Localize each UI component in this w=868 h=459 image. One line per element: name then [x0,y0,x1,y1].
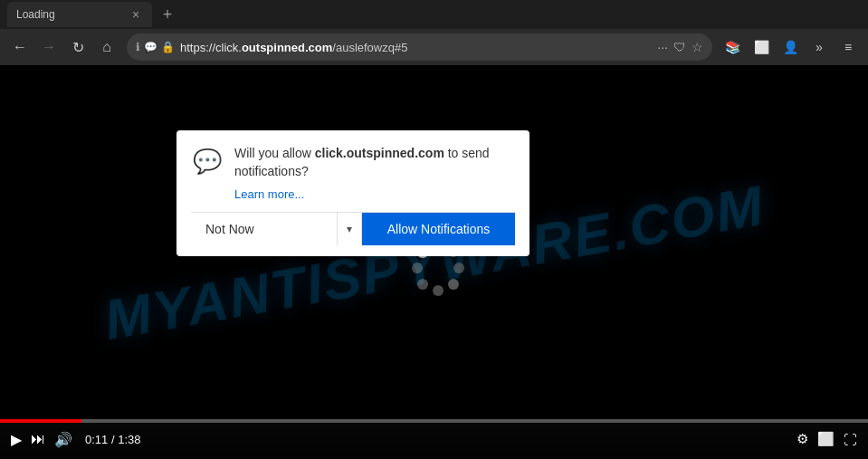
volume-button[interactable]: 🔊 [54,431,72,448]
refresh-button[interactable]: ↻ [65,34,91,60]
shield-icon: 🛡 [673,40,686,54]
settings-button[interactable]: ⚙ [796,431,808,447]
popup-message-prefix: Will you allow [234,146,315,160]
current-time: 0:11 [85,433,108,446]
info-icon: ℹ [136,41,140,53]
time-separator: / [108,433,118,446]
bookmark-icon: ☆ [692,40,703,54]
tab-bar: Loading × + [0,0,868,29]
url-prefix: https://click. [180,41,242,54]
address-bar[interactable]: ℹ 💬 🔒 https://click.outspinned.com/ausle… [127,33,712,61]
tab-close-button[interactable]: × [129,7,143,22]
allow-notifications-button[interactable]: Allow Notifications [362,213,515,245]
home-button[interactable]: ⌂ [94,34,119,60]
new-tab-button[interactable]: + [156,3,179,26]
notification-popup: 💬 Will you allow click.outspinned.com to… [176,130,529,256]
url-path: /auslefowzq#5 [332,41,407,54]
svg-point-3 [448,279,459,290]
account-icon[interactable]: 👤 [777,34,803,60]
forward-button[interactable]: → [36,34,62,60]
address-security-icons: ℹ 💬 🔒 [136,41,175,53]
fullscreen-button[interactable]: ⛶ [844,432,857,447]
popup-message: Will you allow click.outspinned.com to s… [234,145,515,180]
extensions-icon[interactable]: » [806,34,832,60]
toolbar-right: 📚 ⬜ 👤 » ≡ [720,34,861,60]
video-area: MYANTISPYWARE.COM 💬 Will you allow click… [0,65,868,459]
more-icon: ··· [657,40,668,54]
next-button[interactable]: ⏭ [31,431,45,447]
svg-point-4 [433,285,444,296]
url-domain: outspinned.com [242,41,332,54]
theater-button[interactable]: ⬜ [817,431,835,447]
browser-chrome: Loading × + ← → ↻ ⌂ ℹ 💬 🔒 https://click.… [0,0,868,65]
chat-icon: 💬 [144,41,157,53]
svg-point-5 [417,279,428,290]
popup-buttons: Not Now ▾ Allow Notifications [191,212,515,245]
not-now-label: Not Now [205,222,254,236]
svg-point-6 [412,263,423,273]
popup-chat-icon: 💬 [191,145,224,177]
progress-bar-container[interactable] [0,419,868,423]
back-button[interactable]: ← [7,34,33,60]
library-icon[interactable]: 📚 [720,34,745,60]
popup-header: 💬 Will you allow click.outspinned.com to… [191,145,515,180]
svg-point-2 [453,263,464,273]
not-now-dropdown-button[interactable]: ▾ [338,214,362,244]
lock-icon: 🔒 [161,41,175,53]
url-display: https://click.outspinned.com/auslefowzq#… [180,41,652,54]
popup-domain: click.outspinned.com [315,146,444,160]
time-display: 0:11 / 1:38 [85,433,140,446]
video-controls: ▶ ⏭ 🔊 0:11 / 1:38 ⚙ ⬜ ⛶ [0,419,868,459]
progress-bar-fill [0,419,81,423]
tab-title: Loading [16,8,55,21]
learn-more-link[interactable]: Learn more... [234,187,515,201]
total-time: 1:38 [118,433,140,446]
not-now-button[interactable]: Not Now [191,213,338,245]
active-tab[interactable]: Loading × [7,2,152,27]
menu-icon[interactable]: ≡ [835,34,861,60]
nav-bar: ← → ↻ ⌂ ℹ 💬 🔒 https://click.outspinned.c… [0,29,868,65]
play-button[interactable]: ▶ [11,431,22,448]
address-right-icons: ··· 🛡 ☆ [657,40,703,54]
synced-tabs-icon[interactable]: ⬜ [749,34,774,60]
